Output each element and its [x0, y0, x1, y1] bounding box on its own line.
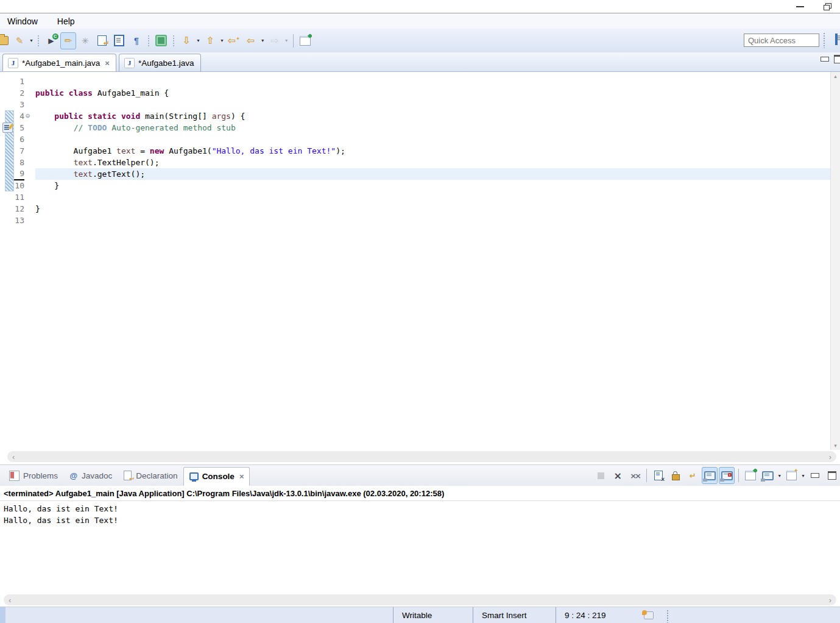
scroll-left-icon[interactable]: ‹: [12, 452, 15, 461]
menu-help[interactable]: Help: [55, 15, 77, 27]
highlighter-icon[interactable]: ✏: [60, 32, 76, 49]
clear-console-icon[interactable]: [651, 467, 666, 484]
status-bar: Writable Smart Insert 9 : 24 : 219: [0, 607, 840, 623]
minimize-icon: [796, 6, 804, 7]
tab-problems[interactable]: Problems: [4, 468, 63, 483]
window-restore-button[interactable]: [813, 1, 840, 13]
code-line[interactable]: 5 // TODO Auto-generated method stub: [0, 122, 830, 134]
pin-console-icon[interactable]: [743, 467, 758, 484]
show-source-icon[interactable]: [111, 32, 127, 49]
maximize-icon: [834, 55, 840, 63]
line-number-cell: 13: [0, 215, 35, 226]
line-number: 2: [9, 87, 24, 99]
status-bar-drag-handle[interactable]: [666, 610, 670, 623]
todo-task-marker-icon[interactable]: [2, 123, 13, 133]
display-console-dropdown[interactable]: ▼: [776, 474, 783, 478]
code-text: Aufgabe1 text = new Aufgabe1("Hallo, das…: [35, 145, 830, 157]
tab-aufgabe1[interactable]: J*Aufgabe1.java: [119, 54, 201, 71]
scroll-up-icon[interactable]: ▴: [834, 73, 837, 79]
code-line[interactable]: 12}: [0, 203, 830, 215]
fold-collapse-icon[interactable]: ⊖: [24, 110, 35, 122]
block-selection-icon[interactable]: [154, 32, 169, 49]
status-bar-icon-cell: [631, 607, 666, 623]
forward-dropdown[interactable]: ▼: [283, 38, 290, 43]
close-view-icon[interactable]: ×: [238, 472, 244, 481]
maximize-view-icon[interactable]: [824, 467, 840, 484]
code-line[interactable]: 13: [0, 215, 830, 226]
menu-window[interactable]: Window: [5, 15, 40, 27]
scroll-right-icon[interactable]: ›: [829, 596, 831, 605]
code-text: // TODO Auto-generated method stub: [35, 122, 830, 134]
declaration-icon: [123, 471, 132, 480]
tab-aufgabe1-main[interactable]: J*Aufgabe1_main.java×: [2, 54, 116, 71]
open-console-icon[interactable]: [783, 467, 799, 484]
word-wrap-icon[interactable]: ↵: [685, 467, 701, 484]
code-line[interactable]: 9 text.getText();: [0, 168, 830, 180]
previous-annotation-dropdown[interactable]: ▼: [219, 38, 225, 43]
insert-mode-status: Smart Insert: [473, 607, 556, 623]
editor-horizontal-scrollbar[interactable]: ‹ ›: [7, 451, 836, 462]
display-console-icon[interactable]: [760, 467, 775, 484]
minimize-view-icon[interactable]: [807, 467, 823, 484]
window-minimize-button[interactable]: [786, 1, 813, 13]
pin-editor-icon[interactable]: [297, 32, 313, 49]
forward-icon[interactable]: ⇨: [267, 32, 283, 49]
scroll-right-icon[interactable]: ›: [829, 452, 831, 461]
pen-dropdown[interactable]: ▼: [28, 38, 35, 43]
open-console-dropdown[interactable]: ▼: [800, 474, 806, 478]
open-declaration-icon[interactable]: [94, 32, 110, 49]
close-tab-icon[interactable]: ×: [104, 59, 110, 68]
back-icon[interactable]: ⇦: [243, 32, 259, 49]
console-output[interactable]: Hallo, das ist ein Text!Hallo, das ist e…: [0, 501, 840, 593]
console-output-line: Hallo, das ist ein Text!: [4, 514, 840, 526]
code-line[interactable]: 6: [0, 134, 830, 145]
tab-javadoc[interactable]: @Javadoc: [63, 468, 118, 483]
editor-hscroll-area: ‹ ›: [0, 450, 840, 465]
toolbar-separator: [293, 34, 294, 48]
code-editor[interactable]: 12public class Aufgabe1_main {34⊖ public…: [0, 72, 840, 450]
show-whitespace-icon[interactable]: ¶: [129, 32, 144, 49]
quick-access-input[interactable]: [744, 34, 819, 47]
show-stdout-icon[interactable]: [702, 467, 718, 484]
code-line[interactable]: 7 Aufgabe1 text = new Aufgabe1("Hallo, d…: [0, 145, 830, 157]
terminate-icon[interactable]: [593, 467, 609, 484]
last-edit-location-icon[interactable]: ⇦: [226, 32, 242, 49]
sparkle-icon[interactable]: ✳: [77, 32, 93, 49]
open-element-icon[interactable]: [0, 32, 10, 49]
maximize-editor-button[interactable]: [834, 55, 840, 63]
scroll-down-icon[interactable]: ▾: [834, 443, 837, 449]
previous-annotation-icon[interactable]: ⇧: [202, 32, 218, 49]
tab-console[interactable]: Console×: [183, 467, 250, 486]
editor-vertical-scrollbar[interactable]: ▴ ▾: [830, 72, 840, 450]
code-line[interactable]: 1: [0, 76, 830, 87]
line-number: 11: [9, 191, 24, 203]
problems-icon: [9, 471, 19, 481]
scroll-lock-icon[interactable]: [668, 467, 683, 484]
code-line[interactable]: 10 }: [0, 180, 830, 191]
remove-all-terminated-icon[interactable]: ××: [627, 467, 643, 484]
back-dropdown[interactable]: ▼: [259, 38, 266, 43]
console-horizontal-scrollbar[interactable]: ‹ ›: [4, 594, 836, 605]
writable-status: Writable: [393, 607, 473, 623]
code-line[interactable]: 4⊖ public static void main(String[] args…: [0, 110, 830, 122]
toolbar-separator: [37, 34, 41, 48]
code-line[interactable]: 11: [0, 191, 830, 203]
show-stderr-icon[interactable]: ×: [719, 467, 735, 484]
code-line[interactable]: 8 text.TextHelper();: [0, 157, 830, 168]
code-line[interactable]: 2public class Aufgabe1_main {: [0, 87, 830, 99]
toolbar-separator: [738, 469, 739, 482]
minimize-editor-button[interactable]: [821, 57, 829, 62]
coverage-icon[interactable]: ▶: [43, 32, 59, 49]
pen-icon[interactable]: ✎: [12, 32, 27, 49]
toolbar-drag-handle[interactable]: [823, 32, 827, 48]
java-file-icon: J: [8, 58, 18, 68]
tab-declaration[interactable]: Declaration: [118, 468, 183, 483]
scroll-left-icon[interactable]: ‹: [9, 596, 11, 605]
remove-launch-icon[interactable]: ×: [610, 467, 626, 484]
line-number-cell: 11: [0, 191, 35, 203]
next-annotation-dropdown[interactable]: ▼: [195, 38, 202, 43]
next-annotation-icon[interactable]: ⇩: [178, 32, 194, 49]
code-line[interactable]: 3: [0, 99, 830, 110]
line-number-cell: 1: [0, 76, 35, 87]
code-text: [35, 99, 830, 110]
